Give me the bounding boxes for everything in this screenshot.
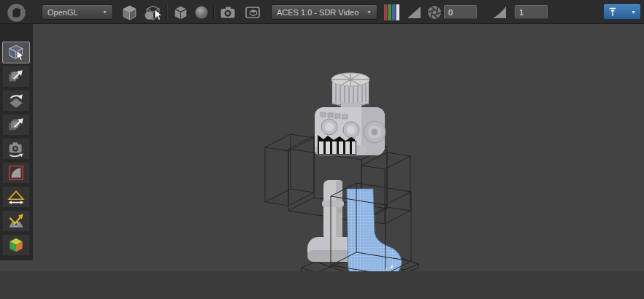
transform-items-tool-button[interactable] — [2, 114, 30, 136]
head-knob — [331, 73, 369, 106]
aperture-icon[interactable] — [426, 3, 443, 22]
selected-mesh-boot[interactable] — [347, 189, 402, 279]
rgba-channels-icon[interactable] — [383, 3, 401, 22]
colorspace-dropdown[interactable]: ACES 1.0 - SDR Video ▼ — [271, 4, 377, 20]
texture-cube-tool-button[interactable] — [2, 234, 30, 256]
application-window: OpenGL ▼ — [0, 0, 644, 299]
chevron-down-icon: ▼ — [361, 9, 372, 15]
robot-model-3d[interactable] — [252, 58, 427, 291]
camera-icon[interactable] — [218, 3, 237, 22]
chevron-down-icon: ▼ — [631, 9, 636, 15]
robot-head — [315, 103, 386, 155]
head-ear — [364, 121, 386, 143]
contrast-triangle-icon[interactable] — [405, 3, 423, 22]
pan-hand-icon[interactable] — [6, 2, 26, 23]
pin-dropdown-button[interactable]: ▼ — [603, 4, 641, 20]
ray-snap-tool-button[interactable] — [2, 210, 30, 232]
head-teeth — [318, 141, 356, 155]
toolbar-separator — [213, 4, 214, 20]
rotate-item-tool-button[interactable] — [2, 90, 30, 112]
3d-viewport[interactable] — [33, 25, 644, 271]
chevron-down-icon: ▼ — [96, 9, 107, 15]
mouse-cursor — [154, 9, 164, 22]
cone-widget-tool-button[interactable] — [2, 186, 30, 208]
renderer-dropdown[interactable]: OpenGL ▼ — [42, 4, 113, 20]
pin-icon — [608, 7, 617, 17]
move-items-tool-button[interactable] — [2, 66, 30, 88]
gamma-curve-icon[interactable] — [491, 3, 508, 22]
exposure-field[interactable] — [444, 5, 477, 19]
viewport-toolbar: OpenGL ▼ — [0, 0, 644, 24]
falloff-tool-button[interactable] — [2, 162, 30, 184]
shaded-cube-icon[interactable] — [120, 3, 139, 22]
toolbar-separator — [266, 4, 267, 20]
tool-footer-bar: Select Standard ▼ — [0, 271, 644, 299]
renderer-dropdown-label: OpenGL — [47, 8, 78, 17]
flat-cube-icon[interactable] — [171, 3, 190, 22]
gamma-field[interactable] — [515, 5, 548, 19]
colorspace-dropdown-label: ACES 1.0 - SDR Video — [277, 8, 359, 17]
select-tool-button[interactable] — [2, 42, 30, 63]
tool-sidebar — [0, 24, 33, 260]
orbit-camera-tool-button[interactable] — [2, 138, 30, 160]
sphere-shading-icon[interactable] — [192, 3, 211, 22]
advanced-viewport-icon[interactable] — [243, 3, 262, 22]
toolbar-separator — [166, 4, 167, 20]
